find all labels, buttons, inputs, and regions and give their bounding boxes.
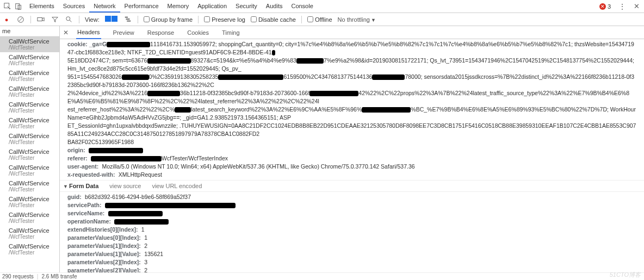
status-bar: 290 requests | 2.6 MB transfe	[0, 272, 644, 280]
kebab-menu-icon[interactable]: ⋮	[618, 2, 626, 11]
form-data-row: parameterValues[1][Value]: 135621	[67, 250, 636, 258]
inspect-icon[interactable]	[2, 1, 13, 12]
view-url-encoded-link[interactable]: view URL encoded	[152, 183, 202, 189]
top-tab-network[interactable]: Network	[89, 1, 120, 13]
form-data-row: parameterValues[1][Index]: 2	[67, 242, 636, 250]
close-devtools-icon[interactable]: ✕	[634, 2, 640, 10]
request-item[interactable]: CallWcfService/WcfTester	[0, 84, 59, 99]
transferred-size: 2.6 MB transfe	[41, 273, 77, 279]
view-source-link[interactable]: view source	[109, 183, 141, 189]
top-tab-sources[interactable]: Sources	[59, 1, 89, 13]
error-badge[interactable]: ✕3	[599, 3, 611, 10]
top-tab-memory[interactable]: Memory	[163, 1, 194, 13]
request-detail-pane: ✕ HeadersPreviewResponseCookiesTiming co…	[60, 26, 644, 272]
request-item[interactable]: CallWcfService/WcfTester	[0, 131, 59, 147]
top-tab-application[interactable]: Application	[193, 1, 231, 13]
waterfall-icon[interactable]	[123, 15, 132, 24]
top-tab-performance[interactable]: Performance	[120, 1, 163, 13]
view-label: View:	[85, 16, 100, 23]
form-data-section-header[interactable]: ▼Form Data view source view URL encoded	[60, 180, 644, 192]
top-tab-security[interactable]: Security	[231, 1, 262, 13]
svg-rect-5	[38, 17, 42, 21]
form-data-row: guid: b682d392-6196-4294-b9e6-58f869a52f…	[67, 193, 636, 201]
detail-tabs: ✕ HeadersPreviewResponseCookiesTiming	[60, 26, 644, 39]
form-data-row: parameterValues[2][Index]: 3	[67, 258, 636, 266]
group-by-frame-checkbox[interactable]: Group by frame	[144, 16, 193, 23]
user-agent-key: user-agent:	[67, 163, 98, 170]
clear-icon[interactable]	[16, 15, 25, 24]
request-item[interactable]: CallWcfService/WcfTester	[0, 210, 59, 226]
top-tab-console[interactable]: Console	[287, 1, 317, 13]
devtools-top-bar: ElementsSourcesNetworkPerformanceMemoryA…	[0, 0, 644, 13]
top-tabs: ElementsSourcesNetworkPerformanceMemoryA…	[25, 1, 318, 13]
request-item[interactable]: CallWcfService/WcfTester	[0, 241, 59, 257]
svg-line-4	[19, 17, 23, 21]
name-column-header[interactable]: me	[0, 26, 59, 36]
request-headers-block: cookie: _ga=G1118416731.1539059972; shop…	[60, 39, 644, 180]
throttling-select[interactable]: No throttling▼	[338, 16, 376, 23]
form-data-row: operationName:	[67, 217, 636, 226]
detail-tab-response[interactable]: Response	[146, 29, 176, 36]
request-item[interactable]: CallWcfService/WcfTester	[0, 99, 59, 115]
x-requested-with-key: x-requested-with:	[67, 171, 115, 178]
filter-icon[interactable]	[51, 15, 59, 24]
large-rows-icon[interactable]	[105, 16, 118, 23]
request-item[interactable]: CallWcfService/WcfTester	[0, 36, 59, 52]
record-icon[interactable]: ●	[2, 15, 11, 24]
top-tab-elements[interactable]: Elements	[25, 1, 59, 13]
requests-count: 290 requests	[2, 273, 34, 279]
offline-checkbox[interactable]: Offline	[307, 16, 332, 23]
detail-tab-cookies[interactable]: Cookies	[186, 29, 210, 36]
detail-tab-timing[interactable]: Timing	[221, 29, 241, 36]
request-item[interactable]: CallWcfService/WcfTester	[0, 178, 59, 194]
svg-point-6	[66, 16, 70, 20]
error-count: 3	[608, 3, 611, 10]
network-toolbar: ● View: Group by frame Preserve log Disa…	[0, 13, 644, 26]
request-item[interactable]: CallWcfService/WcfTester	[0, 52, 59, 68]
request-item[interactable]: CallWcfService/WcfTester	[0, 68, 59, 84]
top-tab-audits[interactable]: Audits	[262, 1, 287, 13]
request-list[interactable]: me CallWcfService/WcfTesterCallWcfServic…	[0, 26, 60, 272]
request-item[interactable]: CallWcfService/WcfTester	[0, 194, 59, 210]
request-item[interactable]: CallWcfService/WcfTester	[0, 163, 59, 178]
search-icon[interactable]	[65, 15, 73, 24]
form-data-row: extendHistories[0][Index]: 1	[67, 226, 636, 234]
device-toolbar-icon[interactable]	[13, 1, 24, 12]
form-data-block: guid: b682d392-6196-4294-b9e6-58f869a52f…	[60, 192, 644, 272]
disable-cache-checkbox[interactable]: Disable cache	[251, 16, 296, 23]
detail-tab-preview[interactable]: Preview	[112, 29, 135, 36]
form-data-row: parameterValues[0][Index]: 1	[67, 234, 636, 242]
request-item[interactable]: CallWcfService/WcfTester	[0, 147, 59, 163]
cookie-key: cookie: _ga=G	[67, 41, 107, 47]
request-item[interactable]: CallWcfService/WcfTester	[0, 115, 59, 131]
form-data-row: servicePath:	[67, 201, 636, 209]
close-detail-icon[interactable]: ✕	[63, 29, 69, 36]
preserve-log-checkbox[interactable]: Preserve log	[204, 16, 245, 23]
form-data-row: parameterValues[2][Value]: 2	[67, 266, 636, 272]
detail-tab-headers[interactable]: Headers	[76, 26, 101, 39]
origin-key: origin:	[67, 147, 85, 153]
svg-line-7	[70, 20, 72, 22]
referer-key: referer:	[67, 155, 88, 161]
camera-icon[interactable]	[36, 15, 45, 24]
svg-rect-1	[16, 3, 20, 9]
request-item[interactable]: CallWcfService/WcfTester	[0, 226, 59, 241]
form-data-row: serviceName:	[67, 209, 636, 217]
